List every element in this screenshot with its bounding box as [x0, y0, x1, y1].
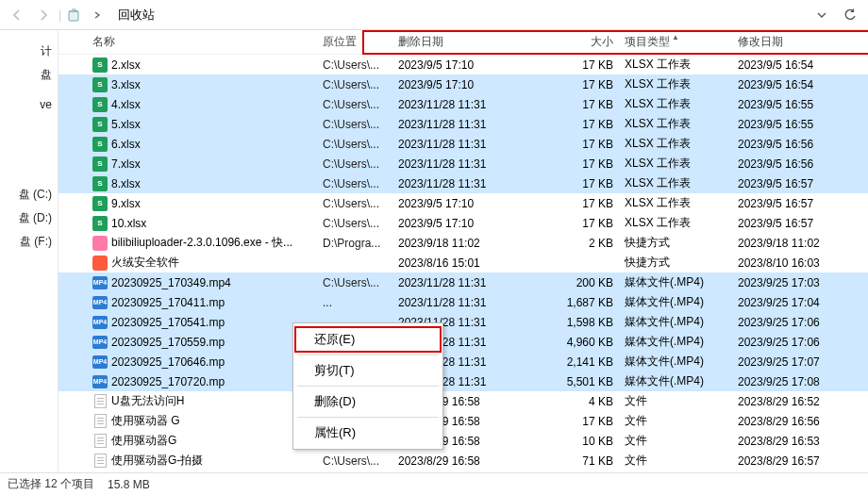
context-menu-restore[interactable]: 还原(E) [295, 327, 441, 352]
sidebar-item[interactable] [0, 130, 58, 138]
context-menu-cut[interactable]: 剪切(T) [295, 358, 441, 383]
file-size: 71 KB [543, 454, 619, 468]
file-name: 火绒安全软件 [111, 255, 179, 271]
file-type: XLSX 工作表 [619, 57, 732, 73]
exe-icon [92, 236, 108, 251]
file-name: 20230925_170646.mp [111, 355, 225, 369]
column-header-deleted[interactable]: 删除日期 [392, 34, 543, 50]
file-modified-date: 2023/8/29 16:56 [732, 415, 864, 428]
file-modified-date: 2023/9/25 17:04 [732, 296, 864, 309]
file-name: 4.xlsx [111, 98, 141, 111]
file-row[interactable]: S4.xlsxC:\Users\...2023/11/28 11:3117 KB… [58, 94, 868, 114]
file-row[interactable]: 使用驱动器GC:\Users\...2023/8/29 16:5810 KB文件… [58, 431, 868, 451]
xlsx-icon: S [92, 137, 108, 152]
sidebar-item[interactable]: 计 [0, 40, 58, 63]
sidebar-item[interactable]: 盘 (C:) [0, 183, 58, 206]
column-header-type[interactable]: 项目类型▲ [619, 34, 732, 50]
file-type: XLSX 工作表 [619, 76, 732, 92]
file-row[interactable]: MP420230925_170559.mp...2023/11/28 11:31… [58, 332, 868, 352]
status-bar: 已选择 12 个项目 15.8 MB [0, 472, 868, 495]
file-location: C:\Users\... [317, 157, 392, 171]
file-row[interactable]: MP420230925_170349.mp4C:\Users\...2023/1… [58, 272, 868, 292]
file-deleted-date: 2023/9/18 11:02 [392, 237, 543, 250]
file-modified-date: 2023/9/25 17:08 [732, 375, 864, 388]
file-modified-date: 2023/9/5 16:54 [732, 58, 864, 72]
toolbar-separator: | [58, 8, 61, 22]
mp4-icon: MP4 [92, 276, 108, 289]
window-title: 回收站 [118, 7, 806, 24]
nav-forward-button[interactable] [32, 4, 55, 26]
file-row[interactable]: S2.xlsxC:\Users\...2023/9/5 17:1017 KBXL… [58, 55, 868, 74]
file-modified-date: 2023/9/25 17:03 [732, 276, 864, 289]
sidebar-item[interactable]: ve [0, 94, 58, 115]
column-header-location[interactable]: 原位置 [317, 34, 392, 50]
file-row[interactable]: MP420230925_170411.mp...2023/11/28 11:31… [58, 292, 868, 312]
sidebar-item[interactable] [0, 32, 58, 40]
file-row[interactable]: bilibiliuploader-2.3.0.1096.exe - 快...D:… [58, 233, 868, 253]
chevron-down-icon [817, 10, 826, 20]
file-row[interactable]: 使用驱动器 GC:\Users\...2023/8/29 16:5817 KB文… [58, 411, 868, 431]
column-header-name[interactable]: 名称 [87, 34, 317, 50]
file-location: C:\Users\... [317, 197, 392, 210]
file-row[interactable]: S5.xlsxC:\Users\...2023/11/28 11:3117 KB… [58, 114, 868, 134]
sidebar-item[interactable] [0, 123, 58, 130]
mp4-icon: MP4 [92, 296, 108, 309]
file-type: 媒体文件(.MP4) [619, 373, 732, 389]
mp4-icon: MP4 [92, 316, 108, 329]
address-dropdown-button[interactable] [810, 3, 834, 27]
file-location: C:\Users\... [317, 78, 392, 91]
sidebar-item[interactable] [0, 115, 58, 123]
sidebar-item[interactable] [0, 153, 58, 160]
file-deleted-date: 2023/11/28 11:31 [392, 98, 543, 111]
file-modified-date: 2023/8/29 16:53 [732, 435, 864, 448]
file-row[interactable]: S6.xlsxC:\Users\...2023/11/28 11:3117 KB… [58, 134, 868, 154]
file-size: 200 KB [543, 276, 619, 289]
file-row[interactable]: U盘无法访问HC:\Users\...2023/8/29 16:584 KB文件… [58, 391, 868, 411]
file-row[interactable]: 火绒安全软件2023/8/16 15:01快捷方式2023/8/10 16:03 [58, 253, 868, 272]
sidebar-item[interactable] [0, 175, 58, 183]
arrow-left-icon [10, 8, 24, 22]
sidebar-item[interactable] [0, 138, 58, 145]
context-menu-separator [297, 417, 439, 418]
mp4-icon: MP4 [92, 355, 108, 369]
sidebar-item[interactable]: 盘 (F:) [0, 230, 58, 254]
context-menu-properties[interactable]: 属性(R) [295, 421, 441, 445]
file-location: C:\Users\... [317, 98, 392, 111]
context-menu-delete[interactable]: 删除(D) [295, 389, 441, 414]
status-size: 15.8 MB [108, 478, 150, 491]
sidebar-item[interactable]: 盘 [0, 63, 58, 87]
breadcrumb-dropdown-button[interactable] [86, 4, 108, 26]
file-name: 5.xlsx [111, 118, 141, 131]
status-selection: 已选择 12 个项目 [8, 476, 94, 492]
file-row[interactable]: S3.xlsxC:\Users\...2023/9/5 17:1017 KBXL… [58, 74, 868, 94]
column-header-modified[interactable]: 修改日期 [732, 34, 864, 50]
file-row[interactable]: S10.xlsxC:\Users\...2023/9/5 17:1017 KBX… [58, 213, 868, 233]
file-list-pane: 名称 原位置 删除日期 大小 项目类型▲ 修改日期 S2.xlsxC:\User… [58, 30, 868, 472]
xlsx-icon: S [92, 157, 108, 172]
context-menu-separator [297, 355, 439, 355]
file-location: D:\Progra... [317, 237, 392, 250]
file-row[interactable]: MP420230925_170646.mp...2023/11/28 11:31… [58, 352, 868, 371]
refresh-button[interactable] [838, 3, 862, 27]
file-row[interactable]: MP420230925_170541.mp...2023/11/28 11:31… [58, 312, 868, 332]
file-size: 10 KB [543, 435, 619, 448]
file-modified-date: 2023/9/5 16:55 [732, 98, 864, 111]
file-modified-date: 2023/9/5 16:54 [732, 78, 864, 91]
sidebar-item[interactable] [0, 145, 58, 153]
file-size: 17 KB [543, 157, 619, 171]
file-row[interactable]: MP420230925_170720.mp...2023/11/28 11:31… [58, 371, 868, 391]
file-row[interactable]: S8.xlsxC:\Users\...2023/11/28 11:3117 KB… [58, 173, 868, 193]
file-row[interactable]: 使用驱动器G-拍摄C:\Users\...2023/8/29 16:5871 K… [58, 451, 868, 470]
nav-back-button[interactable] [6, 4, 28, 26]
file-row[interactable]: S9.xlsxC:\Users\...2023/9/5 17:1017 KBXL… [58, 193, 868, 213]
file-row[interactable]: S7.xlsxC:\Users\...2023/11/28 11:3117 KB… [58, 154, 868, 173]
sidebar-item[interactable] [0, 160, 58, 168]
sidebar-item[interactable] [0, 168, 58, 175]
sidebar-item[interactable] [0, 87, 58, 94]
shield-icon [92, 256, 108, 271]
sidebar-item[interactable]: 盘 (D:) [0, 206, 58, 230]
column-header-size[interactable]: 大小 [543, 34, 619, 50]
file-name: 6.xlsx [111, 138, 141, 151]
xlsx-icon: S [92, 77, 108, 92]
file-deleted-date: 2023/8/16 15:01 [392, 256, 543, 270]
